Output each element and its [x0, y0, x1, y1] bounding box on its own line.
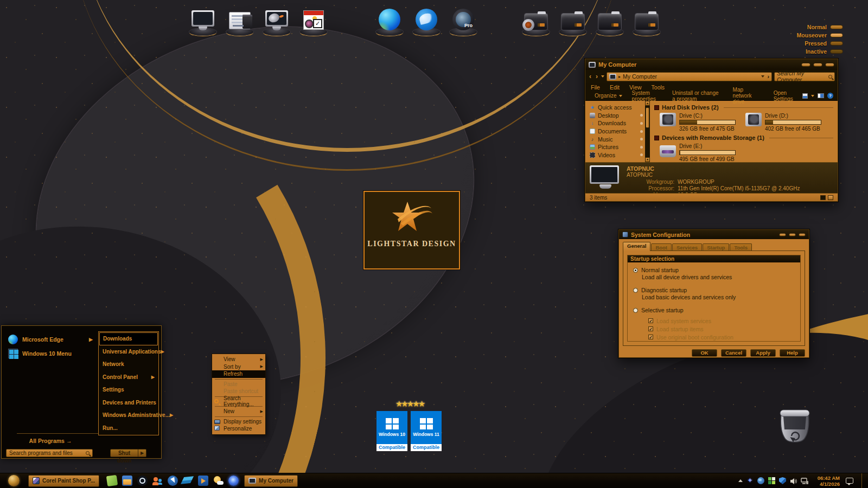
context-item-sort-by[interactable]: Sort by▶	[212, 363, 265, 371]
tray-globe-icon[interactable]	[757, 477, 764, 484]
help-button[interactable]: Help	[780, 349, 805, 357]
sidebar-item-videos[interactable]: Videos	[590, 151, 645, 159]
system-properties-button[interactable]: System properties	[627, 90, 667, 102]
scroll-down-icon[interactable]: ▾	[645, 157, 650, 162]
checkbox-load-system-services[interactable]: ✓ Load system services	[633, 317, 800, 325]
show-desktop-button[interactable]	[861, 473, 865, 488]
back-button[interactable]: ‹	[588, 70, 592, 82]
start-place-downloads[interactable]: Downloads	[99, 332, 158, 345]
details-view-icon[interactable]	[820, 195, 826, 200]
change-view-icon[interactable]	[802, 93, 808, 99]
sidebar-item-music[interactable]: ♪Music	[590, 135, 645, 143]
minimize-button[interactable]	[801, 63, 810, 67]
drive-item-c[interactable]: Drive (C:) 326 GB free of 475 GB	[660, 113, 745, 132]
apply-button[interactable]: Apply	[750, 349, 776, 357]
search-input[interactable]: Search My Computer	[774, 72, 835, 81]
dock-item-folder[interactable]	[628, 3, 665, 37]
address-dropdown-icon[interactable]	[761, 75, 764, 78]
dock-item-edge[interactable]	[371, 3, 408, 37]
start-item-windows10-menu[interactable]: Windows 10 Menu	[6, 346, 95, 361]
tray-sparkle-icon[interactable]: ✦	[746, 477, 754, 484]
start-place-windows-administrative[interactable]: Windows Administrative...▶	[99, 409, 158, 422]
taskbar-app-corel[interactable]: Corel Paint Shop P...	[28, 475, 99, 487]
context-item-search-everything[interactable]: Search Everything...	[212, 398, 265, 406]
sidebar-item-documents[interactable]: Documents	[590, 127, 645, 136]
taskbar-window-my-computer[interactable]: My Computer	[244, 475, 298, 487]
radio-diagnostic-startup[interactable]: Diagnostic startup	[633, 286, 800, 294]
dock-item-folder[interactable]	[554, 3, 591, 37]
search-orb-icon[interactable]	[228, 476, 239, 486]
context-item-new[interactable]: New▶	[212, 408, 265, 415]
drive-item-e[interactable]: Drive (E:) 495 GB free of 499 GB	[660, 143, 745, 162]
file-explorer-icon[interactable]	[122, 476, 132, 486]
start-place-network[interactable]: Network	[99, 358, 158, 371]
address-field[interactable]: ▸ My Computer ›	[607, 72, 772, 81]
dock-item-network[interactable]	[258, 3, 295, 37]
dock-item-theme-editor[interactable]	[295, 3, 332, 37]
group-header-hdd[interactable]: Hard Disk Drives (2)	[654, 104, 833, 111]
close-button[interactable]	[799, 233, 806, 236]
dock-item-network-folder[interactable]	[518, 3, 554, 37]
ok-button[interactable]: OK	[692, 349, 717, 357]
start-place-settings[interactable]: Settings	[99, 383, 158, 396]
start-search-input[interactable]: Search programs and files	[6, 449, 93, 457]
maximize-button[interactable]	[789, 233, 796, 236]
scroll-up-icon[interactable]: ▴	[645, 101, 650, 106]
tray-expand-icon[interactable]	[738, 479, 743, 482]
start-place-control-panel[interactable]: Control Panel▶	[99, 371, 158, 384]
sidebar-item-quick-access[interactable]: ★Quick access	[590, 104, 645, 112]
all-programs-button[interactable]: All Programs →	[2, 438, 99, 444]
context-item-view[interactable]: View▶	[212, 356, 265, 363]
sidebar-item-downloads[interactable]: ↓Downloads	[590, 119, 645, 127]
dock-item-folder[interactable]	[591, 3, 628, 37]
start-item-microsoft-edge[interactable]: Microsoft Edge ▶	[6, 332, 95, 346]
tab-boot[interactable]: Boot	[651, 243, 672, 251]
context-item-personalize[interactable]: Personalize	[212, 425, 265, 433]
start-place-devices-and-printers[interactable]: Devices and Printers	[99, 396, 158, 409]
movies-app-icon[interactable]	[198, 476, 208, 486]
shut-down-button[interactable]: Shut down	[110, 449, 138, 457]
radio-normal-startup[interactable]: Normal startup	[633, 266, 800, 274]
recycle-bin[interactable]	[777, 406, 813, 446]
start-place-universal-applications[interactable]: Universal Applications▶	[99, 345, 158, 358]
checkbox-load-startup-items[interactable]: ✓ Load startup items	[633, 325, 800, 333]
action-center-icon[interactable]	[846, 478, 853, 484]
refresh-icon[interactable]: ›	[768, 73, 770, 80]
thumbnail-view-icon[interactable]	[828, 195, 833, 200]
scrollbar-thumb[interactable]	[646, 107, 649, 128]
sidebar-item-desktop[interactable]: Desktop	[590, 112, 645, 120]
history-dropdown-icon[interactable]	[601, 75, 604, 78]
ease-of-access-icon[interactable]	[168, 476, 178, 486]
shut-down-options-icon[interactable]: ▶	[138, 449, 146, 457]
tab-startup[interactable]: Startup	[703, 243, 729, 251]
taskbar-clock[interactable]: 06:42 AM 4/1/2026	[812, 475, 840, 487]
checkbox-use-original-boot[interactable]: ✓ Use original boot configuration	[633, 333, 800, 341]
sidebar-scrollbar[interactable]: ▴ ▾	[645, 101, 650, 162]
tab-tools[interactable]: Tools	[730, 243, 752, 251]
drive-item-d[interactable]: Drive (D:) 402 GB free of 465 GB	[745, 113, 831, 132]
tab-general[interactable]: General	[623, 242, 650, 251]
dialog-titlebar[interactable]: System Configuration	[619, 230, 809, 239]
security-shield-icon[interactable]	[779, 477, 786, 484]
layers-app-icon[interactable]	[183, 476, 193, 486]
sticky-notes-icon[interactable]	[106, 475, 118, 486]
close-button[interactable]	[825, 63, 834, 67]
start-button[interactable]	[8, 475, 20, 486]
preview-pane-icon[interactable]	[818, 93, 824, 98]
sidebar-item-pictures[interactable]: Pictures	[590, 143, 645, 151]
forward-button[interactable]: ›	[595, 70, 599, 82]
maximize-button[interactable]	[813, 63, 822, 67]
context-item-display-settings[interactable]: Display settings	[212, 418, 265, 426]
explorer-titlebar[interactable]: My Computer	[585, 59, 838, 70]
uninstall-button[interactable]: Uninstall or change a program	[667, 90, 728, 102]
start-place-run[interactable]: Run...	[99, 422, 158, 435]
network-icon[interactable]	[801, 477, 808, 484]
cancel-button[interactable]: Cancel	[721, 349, 746, 357]
people-icon[interactable]	[152, 476, 163, 486]
minimize-button[interactable]	[779, 233, 786, 236]
volume-icon[interactable]	[790, 477, 797, 484]
open-settings-button[interactable]: Open Settings	[769, 90, 802, 102]
cortana-icon[interactable]	[137, 476, 148, 486]
radio-selective-startup[interactable]: Selective startup	[633, 306, 800, 314]
menu-edit[interactable]: Edit	[610, 84, 620, 91]
